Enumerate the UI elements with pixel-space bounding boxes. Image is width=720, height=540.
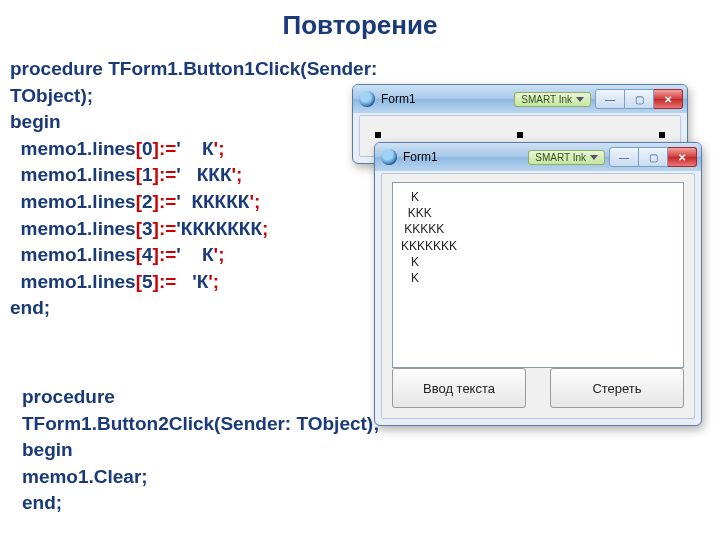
code-line: end;	[10, 297, 50, 318]
smart-ink-badge[interactable]: SMART Ink	[514, 92, 591, 107]
resize-handle[interactable]	[517, 132, 523, 138]
client-area: K KKK KKKKK KKKKKKK K K Ввод текста Стер…	[381, 173, 695, 419]
code-line: begin	[22, 437, 502, 464]
resize-handle[interactable]	[375, 132, 381, 138]
close-button[interactable]: ✕	[654, 89, 683, 109]
window-title: Form1	[403, 150, 438, 164]
code-line: begin	[10, 111, 61, 132]
close-button[interactable]: ✕	[668, 147, 697, 167]
chevron-down-icon	[590, 155, 598, 160]
input-text-button[interactable]: Ввод текста	[392, 368, 526, 408]
code-line: procedure TForm1.Button1Click(Sender:	[10, 58, 377, 79]
maximize-button[interactable]: ▢	[625, 89, 654, 109]
selected-control[interactable]	[378, 130, 662, 140]
memo-output[interactable]: K KKK KKKKK KKKKKKK K K	[392, 182, 684, 368]
minimize-button[interactable]: —	[609, 147, 639, 167]
titlebar[interactable]: Form1 SMART Ink — ▢ ✕	[375, 143, 701, 171]
code-line: end;	[22, 490, 502, 517]
erase-button[interactable]: Стереть	[550, 368, 684, 408]
titlebar[interactable]: Form1 SMART Ink — ▢ ✕	[353, 85, 687, 113]
code-line: memo1.Clear;	[22, 464, 502, 491]
minimize-button[interactable]: —	[595, 89, 625, 109]
code-line: TObject);	[10, 85, 93, 106]
app-icon	[359, 91, 375, 107]
chevron-down-icon	[576, 97, 584, 102]
slide-title: Повторение	[0, 10, 720, 41]
window-title: Form1	[381, 92, 416, 106]
resize-handle[interactable]	[659, 132, 665, 138]
app-icon	[381, 149, 397, 165]
window-form1-run: Form1 SMART Ink — ▢ ✕ K KKK KKKKK KKKKKK…	[374, 142, 702, 426]
smart-ink-badge[interactable]: SMART Ink	[528, 150, 605, 165]
maximize-button[interactable]: ▢	[639, 147, 668, 167]
